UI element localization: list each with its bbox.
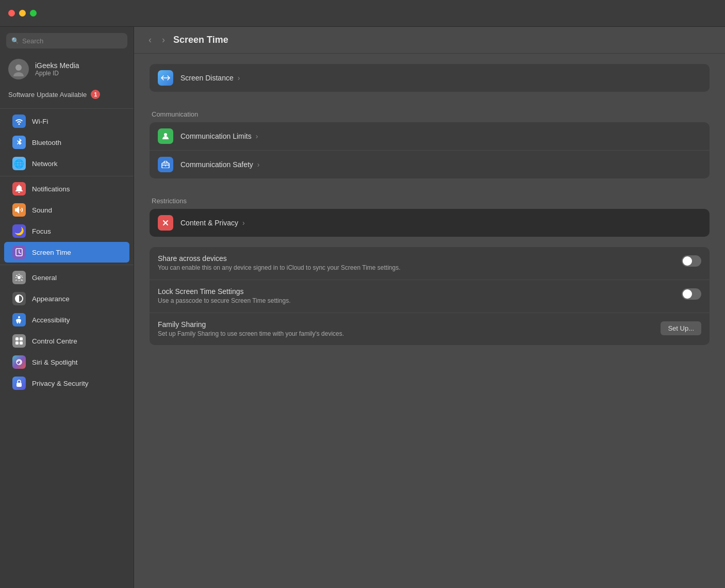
appearance-icon [12, 292, 26, 305]
accessibility-label: Accessibility [32, 316, 70, 324]
sidebar-item-focus[interactable]: 🌙 Focus [4, 221, 129, 241]
privacy-label: Privacy & Security [32, 380, 89, 387]
sidebar-divider-1 [0, 108, 134, 109]
sound-label: Sound [32, 206, 52, 214]
screen-time-icon [12, 246, 26, 259]
svg-rect-11 [17, 383, 22, 387]
privacy-icon [12, 377, 26, 390]
search-box[interactable]: 🔍 Search [6, 33, 127, 48]
forward-button[interactable]: › [160, 32, 167, 47]
general-label: General [32, 274, 57, 282]
software-update-item[interactable]: Software Update Available 1 [0, 88, 134, 106]
screen-distance-row[interactable]: Screen Distance › [150, 64, 710, 92]
restrictions-section-header: Restrictions [150, 189, 710, 209]
family-sharing-desc: Set up Family Sharing to use screen time… [158, 330, 654, 338]
sound-icon [12, 203, 26, 217]
main-layout: 🔍 Search iGeeks Media Apple ID Software … [0, 27, 725, 588]
siri-label: Siri & Spotlight [32, 358, 78, 366]
sidebar-item-general[interactable]: General [4, 267, 129, 288]
svg-point-14 [165, 166, 166, 167]
lock-screen-time-toggle[interactable] [682, 288, 701, 300]
content-privacy-chevron: › [242, 219, 245, 227]
screen-time-label: Screen Time [32, 249, 71, 256]
search-placeholder: Search [22, 37, 43, 45]
svg-rect-6 [15, 337, 19, 340]
bluetooth-label: Bluetooth [32, 139, 61, 146]
devices-group: Share across devices You can enable this… [150, 247, 710, 345]
notifications-icon [12, 182, 26, 195]
sidebar-item-siri[interactable]: Siri & Spotlight [4, 352, 129, 372]
lock-screen-time-desc: Use a passcode to secure Screen Time set… [158, 297, 675, 305]
share-across-devices-toggle[interactable] [682, 255, 701, 267]
focus-label: Focus [32, 227, 51, 235]
wifi-icon [12, 115, 26, 128]
family-sharing-label: Family Sharing [158, 320, 654, 329]
content-privacy-row[interactable]: Content & Privacy › [150, 209, 710, 237]
accessibility-icon [12, 313, 26, 326]
software-update-label: Software Update Available [8, 91, 87, 99]
sidebar-item-network[interactable]: 🌐 Network [4, 153, 129, 174]
minimize-button[interactable] [19, 10, 26, 17]
svg-rect-7 [20, 337, 23, 340]
family-sharing-row[interactable]: Family Sharing Set up Family Sharing to … [150, 313, 710, 346]
siri-icon [12, 355, 26, 369]
notifications-label: Notifications [32, 185, 70, 193]
sidebar-item-notifications[interactable]: Notifications [4, 178, 129, 199]
user-info: iGeeks Media Apple ID [35, 61, 79, 77]
communication-group: Communication Limits › Communication Saf… [150, 122, 710, 178]
svg-point-1 [15, 64, 22, 71]
content-privacy-icon [158, 215, 173, 231]
share-across-devices-text: Share across devices You can enable this… [158, 254, 675, 272]
family-sharing-text: Family Sharing Set up Family Sharing to … [158, 320, 654, 338]
user-section[interactable]: iGeeks Media Apple ID [0, 55, 134, 88]
sidebar-item-sound[interactable]: Sound [4, 200, 129, 220]
wifi-label: Wi-Fi [32, 118, 48, 125]
lock-screen-time-text: Lock Screen Time Settings Use a passcode… [158, 287, 675, 305]
sidebar-item-control-centre[interactable]: Control Centre [4, 331, 129, 351]
communication-safety-row[interactable]: Communication Safety › [150, 151, 710, 178]
communication-safety-label: Communication Safety [180, 160, 253, 169]
sidebar-divider-3 [0, 265, 134, 265]
communication-limits-chevron: › [256, 132, 258, 140]
page-title: Screen Time [173, 35, 228, 45]
content-area: ‹ › Screen Time Screen Distance › C [134, 27, 725, 588]
sidebar-item-accessibility[interactable]: Accessibility [4, 309, 129, 330]
communication-section-header: Communication [150, 102, 710, 122]
content-body: Screen Distance › Communication Communic… [134, 54, 725, 366]
sidebar: 🔍 Search iGeeks Media Apple ID Software … [0, 27, 134, 588]
share-across-devices-label: Share across devices [158, 254, 675, 263]
close-button[interactable] [8, 10, 15, 17]
family-sharing-setup-button[interactable]: Set Up... [661, 321, 701, 335]
share-across-devices-desc: You can enable this on any device signed… [158, 264, 675, 272]
bluetooth-icon [12, 136, 26, 149]
user-name: iGeeks Media [35, 61, 79, 70]
sidebar-divider-2 [0, 176, 134, 176]
svg-point-12 [164, 133, 167, 136]
screen-distance-label: Screen Distance [180, 74, 234, 82]
traffic-lights [8, 10, 37, 17]
search-icon: 🔍 [11, 37, 19, 44]
back-button[interactable]: ‹ [146, 32, 154, 47]
sidebar-item-appearance[interactable]: Appearance [4, 288, 129, 309]
maximize-button[interactable] [30, 10, 37, 17]
control-centre-icon [12, 334, 26, 348]
sidebar-item-bluetooth[interactable]: Bluetooth [4, 132, 129, 153]
user-subtitle: Apple ID [35, 70, 79, 77]
general-icon [12, 271, 26, 284]
communication-limits-row[interactable]: Communication Limits › [150, 122, 710, 151]
svg-point-5 [18, 316, 20, 318]
lock-screen-time-row[interactable]: Lock Screen Time Settings Use a passcode… [150, 280, 710, 313]
sidebar-item-screen-time[interactable]: Screen Time [4, 242, 129, 263]
update-badge: 1 [91, 90, 100, 99]
svg-rect-9 [20, 341, 23, 345]
restrictions-group: Content & Privacy › [150, 209, 710, 237]
communication-limits-label: Communication Limits [180, 132, 252, 140]
svg-point-4 [18, 276, 21, 279]
content-privacy-label: Content & Privacy [180, 219, 238, 227]
sidebar-item-wifi[interactable]: Wi-Fi [4, 111, 129, 132]
control-centre-label: Control Centre [32, 337, 77, 345]
sidebar-item-privacy[interactable]: Privacy & Security [4, 373, 129, 394]
titlebar [0, 0, 725, 27]
share-across-devices-row[interactable]: Share across devices You can enable this… [150, 247, 710, 280]
lock-screen-time-label: Lock Screen Time Settings [158, 287, 675, 296]
